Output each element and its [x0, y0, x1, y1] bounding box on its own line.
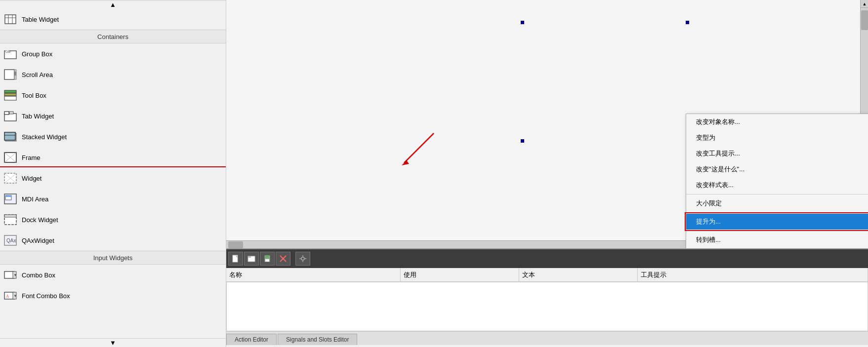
group-box-label: Group Box: [22, 50, 52, 58]
table-body: [226, 282, 868, 331]
context-change-whatsthis[interactable]: 改变"这是什么"...: [686, 161, 868, 177]
main-layout: ▲ Table Widget Containers: [0, 0, 868, 347]
col-name: 名称: [226, 268, 401, 281]
sidebar-item-font-combo-box[interactable]: A ▼ Font Combo Box: [0, 285, 226, 306]
scroll-area-label: Scroll Area: [22, 71, 53, 78]
context-rename[interactable]: 改变对象名称...: [686, 114, 868, 130]
col-tooltip: 工具提示: [638, 268, 868, 281]
new-document-button[interactable]: [228, 252, 243, 266]
save-document-button[interactable]: [260, 252, 275, 266]
svg-text:GB: GB: [5, 50, 10, 53]
open-document-button[interactable]: [244, 252, 259, 266]
sidebar-item-scroll-area[interactable]: Scroll Area: [0, 64, 226, 85]
svg-rect-45: [248, 256, 251, 258]
context-size-constraint[interactable]: 大小限定 ▶: [686, 195, 868, 211]
sidebar-item-table-widget[interactable]: Table Widget: [0, 9, 226, 30]
svg-rect-27: [5, 195, 11, 197]
sidebar-item-group-box[interactable]: GB Group Box: [0, 43, 226, 64]
svg-rect-11: [4, 93, 16, 96]
sidebar-item-dock-widget[interactable]: Dock Widget: [0, 209, 226, 230]
svg-rect-17: [4, 132, 15, 140]
svg-rect-47: [265, 255, 269, 258]
combo-box-label: Combo Box: [22, 271, 55, 279]
svg-rect-12: [4, 96, 16, 100]
sidebar-item-tool-box[interactable]: Tool Box: [0, 85, 226, 106]
sidebar-item-stacked-widget[interactable]: Stacked Widget: [0, 126, 226, 147]
svg-rect-9: [14, 72, 16, 76]
table-widget-icon: [4, 13, 17, 26]
frame-label: Frame: [22, 154, 41, 161]
widget-label: Widget: [22, 175, 41, 182]
groupbox-icon: GB: [4, 47, 17, 60]
mdi-area-label: MDI Area: [22, 195, 48, 203]
close-button[interactable]: [276, 252, 290, 266]
bottom-panel: 名称 使用 文本 工具提示 Action Editor Signals and …: [226, 248, 868, 347]
section-input-widgets: Input Widgets: [0, 251, 226, 265]
context-goto-slot[interactable]: 转到槽...: [686, 232, 868, 248]
qaxwidget-icon: QAx: [4, 234, 17, 247]
svg-text:▼: ▼: [13, 294, 17, 298]
sidebar-item-mdi-area[interactable]: MDI Area: [0, 189, 226, 209]
context-promote[interactable]: 提升为...: [686, 214, 868, 230]
handle-bl[interactable]: [521, 139, 524, 143]
scroll-down-button[interactable]: ▼: [0, 338, 226, 347]
table-widget-label: Table Widget: [22, 16, 59, 23]
svg-rect-15: [9, 112, 13, 114]
combobox-icon: ▼: [4, 269, 17, 281]
toolbox-icon: [4, 89, 17, 102]
stacked-widget-label: Stacked Widget: [22, 133, 67, 141]
svg-rect-29: [4, 215, 16, 217]
svg-rect-10: [4, 90, 16, 93]
sidebar-item-frame[interactable]: Frame: [0, 147, 226, 168]
svg-text:QAx: QAx: [6, 238, 16, 243]
widget-icon: [4, 172, 17, 185]
sidebar-item-tab-widget[interactable]: Tab Widget: [0, 106, 226, 126]
table-header: 名称 使用 文本 工具提示: [226, 268, 868, 282]
tools-button[interactable]: [295, 252, 310, 266]
svg-point-51: [301, 257, 304, 260]
dockwidget-icon: [4, 213, 17, 226]
svg-rect-48: [265, 259, 269, 262]
dock-widget-label: Dock Widget: [22, 216, 58, 224]
svg-rect-14: [4, 112, 9, 115]
handle-tl[interactable]: [521, 21, 524, 24]
separator-2: [686, 212, 868, 213]
scrollarea-icon: [4, 68, 17, 81]
separator-3: [686, 231, 868, 231]
col-text: 文本: [519, 268, 638, 281]
svg-text:▼: ▼: [13, 273, 17, 277]
context-morph[interactable]: 变型为 ▶: [686, 130, 868, 146]
sidebar-item-combo-box[interactable]: ▼ Combo Box: [0, 265, 226, 285]
canvas-area[interactable]: ▲ ▼ 改变对象名称... 变型为: [226, 0, 868, 248]
toolbar-strip: [226, 249, 868, 268]
stackedwidget-icon: [4, 130, 17, 143]
section-containers: Containers: [0, 30, 226, 43]
sidebar-item-qax-widget[interactable]: QAx QAxWidget: [0, 230, 226, 251]
tab-bar: Action Editor Signals and Slots Editor: [226, 331, 868, 345]
context-menu: 改变对象名称... 变型为 ▶ 改变工具提示... 改变"这是什么"... 改变…: [686, 114, 868, 248]
svg-text:A: A: [5, 294, 9, 299]
col-use: 使用: [401, 268, 519, 281]
tab-signals-slots-editor[interactable]: Signals and Slots Editor: [278, 334, 357, 345]
svg-rect-7: [4, 70, 14, 79]
sidebar-item-widget[interactable]: Widget: [0, 168, 226, 189]
frame-icon: [4, 151, 17, 164]
svg-rect-0: [5, 15, 16, 24]
context-change-stylesheet[interactable]: 改变样式表...: [686, 177, 868, 193]
fontcombobox-icon: A ▼: [4, 289, 17, 302]
tab-action-editor[interactable]: Action Editor: [226, 334, 277, 345]
handle-tm[interactable]: [686, 21, 689, 24]
tab-widget-label: Tab Widget: [22, 113, 54, 120]
context-change-tooltip[interactable]: 改变工具提示...: [686, 146, 868, 161]
font-combo-box-label: Font Combo Box: [22, 292, 70, 300]
separator-1: [686, 194, 868, 194]
tabwidget-icon: [4, 110, 17, 122]
tool-box-label: Tool Box: [22, 92, 46, 99]
right-area: ▲ ▼ 改变对象名称... 变型为: [226, 0, 868, 347]
mdiarea-icon: [4, 193, 17, 205]
sidebar: ▲ Table Widget Containers: [0, 0, 226, 347]
scroll-up-button[interactable]: ▲: [0, 0, 226, 9]
qax-widget-label: QAxWidget: [22, 237, 54, 244]
